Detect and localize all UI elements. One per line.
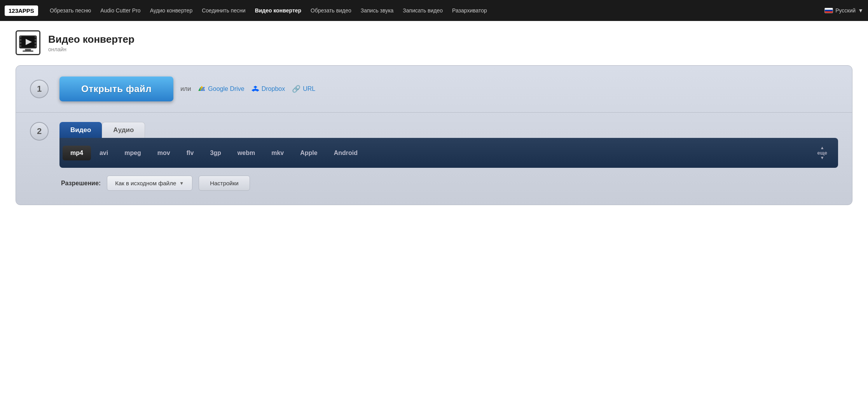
resolution-arrow-icon: ▼ bbox=[179, 181, 184, 186]
svg-rect-2 bbox=[19, 36, 21, 38]
google-drive-icon bbox=[198, 85, 206, 93]
format-btn-flv[interactable]: flv bbox=[179, 146, 202, 160]
format-btn-mkv[interactable]: mkv bbox=[264, 146, 292, 160]
step1-row: 1 Открыть файл или bbox=[16, 66, 852, 113]
format-btn-android[interactable]: Android bbox=[326, 146, 365, 160]
nav-link-соединить-песни[interactable]: Соединить песни bbox=[197, 5, 250, 16]
resolution-label: Разрешение: bbox=[61, 180, 101, 187]
dropbox-icon bbox=[251, 85, 259, 93]
open-file-button[interactable]: Открыть файл bbox=[59, 77, 173, 101]
format-tabs: ВидеоАудио bbox=[59, 122, 838, 138]
nav-link-видео-конвертер[interactable]: Видео конвертер bbox=[250, 5, 306, 16]
url-label: URL bbox=[303, 85, 315, 92]
app-icon bbox=[16, 30, 40, 55]
format-btn-mp4[interactable]: mp4 bbox=[63, 146, 91, 160]
navbar: 123APPS Обрезать песнюAudio Cutter ProАу… bbox=[0, 0, 868, 21]
format-btn-webm[interactable]: webm bbox=[230, 146, 263, 160]
format-btn-mov[interactable]: mov bbox=[150, 146, 178, 160]
nav-link-обрезать-видео[interactable]: Обрезать видео bbox=[306, 5, 356, 16]
format-more-button[interactable]: ▲еще▼ bbox=[810, 142, 835, 164]
svg-rect-6 bbox=[35, 36, 37, 38]
google-drive-link[interactable]: Google Drive bbox=[198, 85, 244, 93]
nav-link-аудио-конвертер[interactable]: Аудио конвертер bbox=[145, 5, 197, 16]
nav-link-разархиватор[interactable]: Разархиватор bbox=[447, 5, 492, 16]
chevron-down-icon: ▼ bbox=[858, 7, 863, 14]
nav-link-запись-звука[interactable]: Запись звука bbox=[356, 5, 398, 16]
format-btn-mpeg[interactable]: mpeg bbox=[117, 146, 149, 160]
google-drive-label: Google Drive bbox=[208, 85, 244, 92]
format-tab-видео[interactable]: Видео bbox=[59, 122, 102, 138]
format-btn-avi[interactable]: avi bbox=[92, 146, 116, 160]
step2-number: 2 bbox=[30, 122, 49, 141]
step1-number: 1 bbox=[30, 80, 49, 98]
svg-rect-8 bbox=[35, 42, 37, 44]
settings-button[interactable]: Настройки bbox=[199, 176, 250, 191]
video-converter-icon bbox=[19, 33, 37, 52]
resolution-select[interactable]: Как в исходном файле ▼ bbox=[107, 176, 192, 191]
svg-rect-3 bbox=[19, 39, 21, 41]
step2-content: ВидеоАудио mp4avimpegmovflv3gpwebmmkvApp… bbox=[59, 122, 838, 191]
logo[interactable]: 123APPS bbox=[5, 5, 38, 16]
nav-links: Обрезать песнюAudio Cutter ProАудио конв… bbox=[45, 5, 824, 16]
resolution-value: Как в исходном файле bbox=[115, 180, 176, 186]
svg-rect-12 bbox=[23, 50, 33, 52]
format-tab-аудио[interactable]: Аудио bbox=[102, 122, 145, 138]
page-subtitle: онлайн bbox=[48, 46, 134, 52]
svg-rect-7 bbox=[35, 39, 37, 41]
dropbox-label: Dropbox bbox=[262, 85, 285, 92]
or-text: или bbox=[180, 85, 191, 92]
nav-link-audio-cutter-pro[interactable]: Audio Cutter Pro bbox=[96, 5, 145, 16]
svg-marker-18 bbox=[199, 88, 201, 91]
flag-icon bbox=[824, 8, 833, 13]
link-icon: 🔗 bbox=[292, 85, 300, 93]
cloud-links: Google Drive Dropbox 🔗 URL bbox=[198, 85, 315, 93]
nav-link-записать-видео[interactable]: Записать видео bbox=[398, 5, 447, 16]
page-header: Видео конвертер онлайн bbox=[0, 21, 868, 61]
svg-rect-5 bbox=[19, 45, 21, 47]
nav-link-обрезать-песню[interactable]: Обрезать песню bbox=[45, 5, 96, 16]
url-link[interactable]: 🔗 URL bbox=[292, 85, 315, 93]
dropbox-link[interactable]: Dropbox bbox=[251, 85, 285, 93]
step2-row: 2 ВидеоАудио mp4avimpegmovflv3gpwebmmkvA… bbox=[16, 113, 852, 205]
resolution-row: Разрешение: Как в исходном файле ▼ Настр… bbox=[59, 176, 838, 191]
svg-rect-11 bbox=[25, 49, 31, 50]
language-selector[interactable]: Русский ▼ bbox=[824, 7, 863, 14]
svg-rect-4 bbox=[19, 42, 21, 44]
svg-marker-20 bbox=[201, 86, 204, 88]
page-title: Видео конвертер bbox=[48, 33, 134, 45]
format-bar: mp4avimpegmovflv3gpwebmmkvAppleAndroid▲е… bbox=[59, 138, 838, 168]
format-btn-apple[interactable]: Apple bbox=[292, 146, 325, 160]
format-btn-3gp[interactable]: 3gp bbox=[202, 146, 229, 160]
lang-label: Русский bbox=[835, 7, 856, 14]
main-panel: 1 Открыть файл или bbox=[16, 65, 852, 205]
svg-rect-9 bbox=[35, 45, 37, 47]
page-title-block: Видео конвертер онлайн bbox=[48, 33, 134, 52]
